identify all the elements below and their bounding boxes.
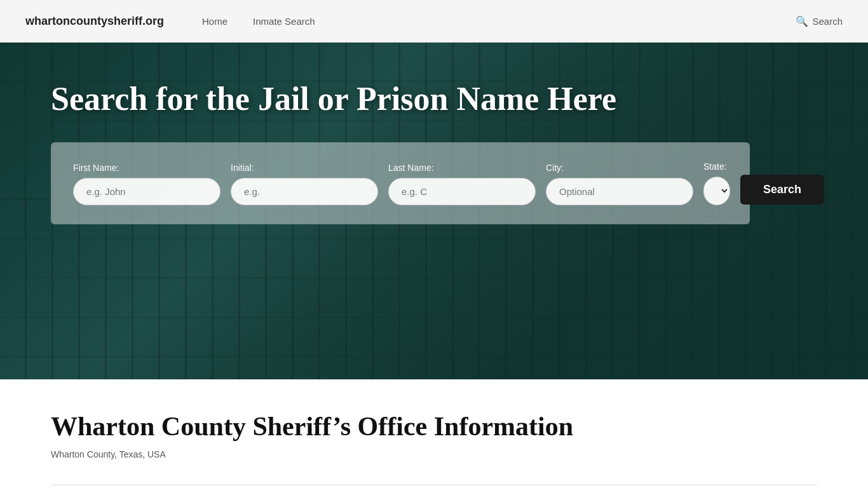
- header-search[interactable]: 🔍 Search: [796, 15, 843, 27]
- last-name-label: Last Name:: [388, 163, 536, 173]
- last-name-input[interactable]: [388, 178, 536, 205]
- header-search-label[interactable]: Search: [812, 16, 843, 27]
- main-nav: Home Inmate Search: [202, 16, 757, 27]
- search-button[interactable]: Search: [740, 175, 824, 205]
- city-group: City:: [546, 163, 693, 205]
- search-form-row: First Name: Initial: Last Name: City: St: [73, 161, 728, 205]
- state-select[interactable]: All States Alabama Alaska Arizona Arkans…: [703, 177, 730, 205]
- city-label: City:: [546, 163, 693, 173]
- state-label: State:: [703, 161, 730, 172]
- search-form-container: First Name: Initial: Last Name: City: St: [51, 142, 750, 224]
- hero-content: Search for the Jail or Prison Name Here …: [0, 43, 868, 250]
- site-logo[interactable]: whartoncountysheriff.org: [25, 15, 164, 28]
- first-name-input[interactable]: [73, 178, 220, 205]
- office-location: Wharton County, Texas, USA: [51, 449, 817, 459]
- nav-home[interactable]: Home: [202, 16, 227, 27]
- nav-inmate-search[interactable]: Inmate Search: [253, 16, 315, 27]
- initial-input[interactable]: [231, 178, 378, 205]
- search-icon: 🔍: [796, 15, 808, 27]
- hero-title: Search for the Jail or Prison Name Here: [51, 81, 817, 117]
- site-header: whartoncountysheriff.org Home Inmate Sea…: [0, 0, 868, 43]
- main-content: Wharton County Sheriff’s Office Informat…: [0, 379, 868, 488]
- hero-section: Search for the Jail or Prison Name Here …: [0, 43, 868, 379]
- first-name-group: First Name:: [73, 163, 220, 205]
- first-name-label: First Name:: [73, 163, 220, 173]
- initial-group: Initial:: [231, 163, 378, 205]
- section-divider: [51, 485, 817, 485]
- last-name-group: Last Name:: [388, 163, 536, 205]
- city-input[interactable]: [546, 178, 693, 205]
- state-group: State: All States Alabama Alaska Arizona…: [703, 161, 730, 205]
- office-title: Wharton County Sheriff’s Office Informat…: [51, 411, 817, 442]
- initial-label: Initial:: [231, 163, 378, 173]
